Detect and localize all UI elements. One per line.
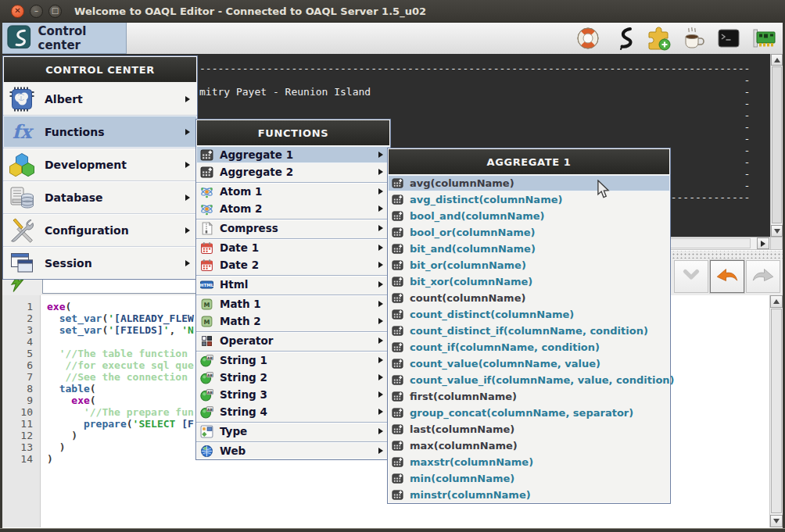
- window-controls: ✕ – □: [11, 5, 62, 18]
- menu-item-html[interactable]: HTML Html: [196, 275, 390, 293]
- plugin-add-icon: [646, 39, 671, 54]
- redo-arrow-icon: [751, 266, 776, 287]
- scroll-right-icon[interactable]: [757, 237, 769, 249]
- aggregate-icon: [392, 243, 403, 255]
- menu-item-count-value[interactable]: count_value(columnName, value): [388, 355, 670, 372]
- aggregate-icon: [392, 456, 403, 468]
- svg-text:AB: AB: [207, 355, 213, 359]
- scroll-thumb[interactable]: [771, 309, 782, 513]
- menu-item-first[interactable]: first(columnName): [388, 388, 670, 405]
- line-number: 10: [2, 406, 40, 418]
- snake-app-icon: [7, 25, 31, 51]
- menu-item-compress[interactable]: Compress: [196, 219, 390, 237]
- menu-item-min[interactable]: min(columnName): [388, 470, 670, 487]
- coffee-icon[interactable]: [681, 26, 706, 51]
- plugin-add-icon[interactable]: [646, 26, 671, 51]
- menu-item-bit-and[interactable]: bit_and(columnName): [388, 241, 670, 257]
- menu-item-count[interactable]: count(columnName): [388, 290, 670, 306]
- menu-item-string-1[interactable]: AB String 1: [196, 351, 390, 369]
- compress-icon: [200, 222, 213, 235]
- undo-button[interactable]: [710, 260, 744, 293]
- help-lifebuoy-icon[interactable]: [575, 26, 600, 51]
- menu-item-maxstr[interactable]: maxstr(columnName): [388, 454, 670, 470]
- menu-item-count-if[interactable]: count_if(columnName, condition): [388, 339, 670, 355]
- menu-item-functions[interactable]: fx Functions: [3, 115, 197, 148]
- minimize-icon[interactable]: –: [30, 5, 43, 18]
- menu-item-math-1[interactable]: M Math 1: [196, 295, 390, 312]
- calendar-icon: [200, 259, 213, 272]
- submenu-arrow-icon: [378, 428, 383, 434]
- string-icon: AB: [200, 354, 213, 367]
- albert-brain-chip-icon: [9, 86, 35, 112]
- terminal-icon[interactable]: [716, 26, 741, 51]
- menu-item-date-1[interactable]: Date 1: [196, 238, 390, 256]
- menu-item-bool-and[interactable]: bool_and(columnName): [388, 208, 670, 224]
- menu-item-web[interactable]: Web: [196, 441, 390, 459]
- menu-item-avg[interactable]: avg(columnName): [388, 175, 670, 191]
- aggregate-icon: [392, 423, 403, 435]
- menu-item-date-2[interactable]: Date 2: [196, 256, 390, 273]
- submenu-arrow-icon: [185, 195, 190, 201]
- menu-item-atom-1[interactable]: Atom 1: [196, 182, 390, 200]
- menu-item-database[interactable]: Database: [3, 180, 197, 213]
- line-number: 4: [2, 336, 40, 348]
- snake-icon[interactable]: [611, 26, 636, 51]
- scroll-up-icon[interactable]: [771, 54, 783, 66]
- submenu-arrow-icon: [378, 374, 383, 380]
- submenu-arrow-icon: [378, 169, 383, 175]
- operator-icon: [200, 334, 213, 348]
- line-number: 13: [2, 441, 40, 453]
- redo-button[interactable]: [746, 260, 780, 293]
- menu-item-string-3[interactable]: AB String 3: [196, 386, 390, 403]
- menu-item-string-4[interactable]: AB String 4: [196, 403, 390, 420]
- menu-item-aggregate-1[interactable]: Aggregate 1: [196, 146, 390, 163]
- menu-item-session[interactable]: Session: [3, 246, 197, 279]
- menu-title: FUNCTIONS: [197, 120, 389, 145]
- svg-text:fx: fx: [13, 120, 34, 143]
- maximize-icon[interactable]: □: [48, 5, 62, 18]
- menu-title: AGGREGATE 1: [389, 149, 669, 174]
- menu-item-count-distinct[interactable]: count_distinct(columnName): [388, 306, 670, 323]
- scroll-down-icon[interactable]: [770, 515, 783, 527]
- menu-item-group-concat[interactable]: group_concat(columnName, separator): [388, 405, 670, 421]
- menu-item-development[interactable]: Development: [3, 148, 197, 180]
- string-icon: AB: [200, 371, 213, 384]
- menu-item-bool-or[interactable]: bool_or(columnName): [388, 224, 670, 241]
- control-center-button[interactable]: Control center: [2, 23, 127, 54]
- submenu-arrow-icon: [378, 225, 383, 231]
- menu-item-minstr[interactable]: minstr(columnName): [388, 487, 670, 503]
- terminal-vscrollbar[interactable]: [770, 54, 783, 237]
- submenu-arrow-icon: [378, 245, 383, 251]
- menu-item-aggregate-2[interactable]: Aggregate 2: [196, 163, 390, 180]
- menu-item-string-2[interactable]: AB String 2: [196, 369, 390, 386]
- menu-item-avg-distinct[interactable]: avg_distinct(columnName): [388, 191, 670, 208]
- scroll-up-icon[interactable]: [770, 295, 783, 308]
- menu-item-count-value-if[interactable]: count_value_if(columnName, value, condit…: [388, 372, 670, 388]
- menu-item-max[interactable]: max(columnName): [388, 437, 670, 454]
- menu-item-bit-or[interactable]: bit_or(columnName): [388, 257, 670, 273]
- line-number: 2: [2, 312, 40, 324]
- menu-item-bit-xor[interactable]: bit_xor(columnName): [388, 273, 670, 290]
- collapse-button[interactable]: [674, 260, 708, 293]
- aggregate-icon: [392, 194, 403, 205]
- scroll-thumb[interactable]: [772, 66, 782, 223]
- line-number: 6: [2, 359, 40, 371]
- network-card-icon[interactable]: [751, 26, 776, 51]
- menu-item-math-2[interactable]: M Math 2: [196, 312, 390, 330]
- svg-text:M: M: [204, 302, 210, 309]
- menu-item-type[interactable]: Type: [196, 422, 390, 440]
- menu-item-operator[interactable]: Operator: [196, 331, 390, 349]
- menu-item-count-distinct-if[interactable]: count_distinct_if(columnName, condition): [388, 323, 670, 339]
- close-icon[interactable]: ✕: [11, 5, 24, 18]
- menu-item-atom-2[interactable]: Atom 2: [196, 200, 390, 217]
- menu-item-last[interactable]: last(columnName): [388, 421, 670, 437]
- cubes-icon: [9, 152, 35, 178]
- aggregate-icon: [392, 358, 403, 370]
- html-icon: HTML: [200, 278, 213, 291]
- editor-vscrollbar[interactable]: [769, 295, 783, 527]
- submenu-arrow-icon: [185, 227, 190, 234]
- scroll-down-icon[interactable]: [771, 225, 783, 237]
- menu-item-albert[interactable]: Albert: [3, 83, 197, 115]
- menu-item-configuration[interactable]: Configuration: [3, 213, 197, 246]
- svg-text:M: M: [204, 319, 210, 326]
